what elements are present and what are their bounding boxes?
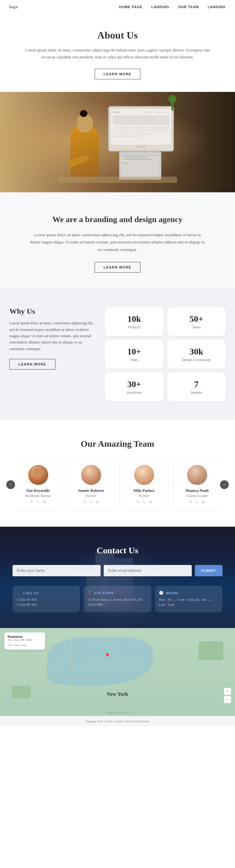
facebook-icon-monica[interactable]: f: [189, 500, 193, 504]
clock-icon: 🕐: [159, 591, 164, 595]
map-location-sub: New York, NY 10036: [7, 639, 42, 642]
instagram-icon-mila[interactable]: ◻: [148, 500, 153, 504]
facebook-icon-nat[interactable]: f: [30, 500, 34, 504]
stat-projects: 10k Projects: [105, 307, 164, 336]
avatar-nat: [28, 465, 48, 485]
why-learn-more-button[interactable]: LEARN MORE: [9, 359, 56, 370]
team-prev-arrow[interactable]: ‹: [6, 480, 15, 489]
branding-learn-more-button[interactable]: LEARN MORE: [95, 262, 141, 273]
about-learn-more-button[interactable]: LEARN MORE: [95, 69, 141, 80]
why-description: Lorem ipsum dolor sit amet, consectetur …: [9, 320, 96, 352]
why-section: Why Us Lorem ipsum dolor sit amet, conse…: [0, 288, 235, 420]
avatar-monica: [187, 465, 207, 485]
info-card-call-title: 📞 CALL US: [16, 591, 76, 595]
team-role-monica: Creative Leader: [177, 494, 216, 498]
why-title: Why Us: [9, 307, 96, 316]
phone-icon: 📞: [16, 591, 21, 595]
info-card-location-title: 📍 LOCATION: [88, 591, 147, 595]
branding-section: We are a branding and design agency Lore…: [0, 192, 235, 288]
stat-team-label: Team: [174, 325, 220, 329]
map-pin: [106, 653, 109, 656]
branding-description: Lorem ipsum dolor sit amet, consectetur …: [30, 231, 205, 253]
facebook-icon-mila[interactable]: f: [136, 500, 140, 504]
nav-home[interactable]: HOME PAGE: [119, 5, 142, 9]
branding-title: We are a branding and design agency: [19, 214, 216, 225]
twitter-icon-nat[interactable]: t: [36, 500, 40, 504]
contact-name-input[interactable]: [12, 565, 101, 576]
team-social-mila: f t ◻: [124, 500, 164, 504]
map-attribution: Images from Freepik: [106, 711, 129, 714]
team-social-nat: f t ◻: [19, 500, 58, 504]
about-section: About Us Lorem ipsum dolor sit amet, con…: [0, 14, 235, 92]
team-role-jennie: Partner: [71, 494, 111, 498]
stat-community-number: 30k: [174, 347, 220, 357]
instagram-icon-nat[interactable]: ◻: [42, 500, 47, 504]
twitter-icon-mila[interactable]: t: [142, 500, 146, 504]
about-description: Lorem ipsum dolor sit amet, consectetur …: [25, 47, 210, 61]
team-cards: Nat Reynolds Worldwide Partner f t ◻ Jen…: [15, 458, 220, 511]
stat-team: 50+ Team: [167, 307, 226, 336]
team-member-monica: Monica Pouli Creative Leader f t ◻: [173, 458, 220, 511]
team-name-monica: Monica Pouli: [177, 488, 216, 493]
twitter-icon-jennie[interactable]: t: [89, 500, 93, 504]
twitter-icon-monica[interactable]: t: [195, 500, 199, 504]
info-card-call: 📞 CALL US 1 (234) 567-891 1 (234) 987-65…: [12, 586, 80, 612]
stat-community-label: Design Community: [174, 358, 220, 362]
map-location-title: Manhattan: [7, 635, 42, 639]
contact-info-cards: 📞 CALL US 1 (234) 567-891 1 (234) 987-65…: [12, 586, 223, 612]
stat-team-number: 50+: [174, 314, 220, 324]
nav-landing1[interactable]: LANDING: [152, 5, 169, 9]
map-zoom-out[interactable]: −: [224, 696, 231, 703]
team-name-jennie: Jennie Roberts: [71, 488, 111, 493]
contact-form: SUBMIT: [12, 565, 223, 576]
nav-landing2[interactable]: LANDING: [208, 5, 226, 9]
team-name-nat: Nat Reynolds: [19, 488, 58, 493]
location-line1: 121 Rock Street, 21 Avenue, New York, NY: [88, 597, 147, 602]
stat-years-label: Years: [111, 358, 157, 362]
contact-submit-button[interactable]: SUBMIT: [195, 565, 223, 576]
about-title: About Us: [25, 30, 210, 41]
stats-grid: 10k Projects 50+ Team 10+ Years 30k Desi…: [105, 307, 226, 401]
stat-years-number: 10+: [111, 347, 157, 357]
instagram-icon-monica[interactable]: ◻: [201, 500, 206, 504]
navigation: logo HOME PAGE LANDING OUR TEAM LANDING: [0, 0, 235, 14]
contact-section: Contact Us SUBMIT 📞 CALL US 1 (234) 567-…: [0, 527, 235, 628]
stat-years: 10+ Years: [105, 340, 164, 369]
stat-industries-label: Industries: [111, 391, 157, 394]
map-controls: + −: [224, 688, 231, 703]
why-stats: 10k Projects 50+ Team 10+ Years 30k Desi…: [105, 307, 226, 401]
avatar-mila: [134, 465, 154, 485]
sample-text: Sample Text: Click to select the Text El…: [86, 719, 149, 723]
why-left: Why Us Lorem ipsum dolor sit amet, conse…: [9, 307, 96, 401]
call-line1: 1 (234) 567-891: [16, 597, 76, 602]
stat-projects-number: 10k: [111, 314, 157, 324]
instagram-icon-jennie[interactable]: ◻: [95, 500, 100, 504]
stat-projects-label: Projects: [111, 325, 157, 329]
hours-line2: 6 am – 8 pm: [159, 602, 219, 607]
team-title: Our Amazing Team: [6, 439, 229, 449]
contact-email-input[interactable]: [104, 565, 192, 576]
facebook-icon-jennie[interactable]: f: [83, 500, 87, 504]
team-section: Our Amazing Team ‹ Nat Reynolds Worldwid…: [0, 420, 235, 527]
team-member-mila: Mila Parker Partner f t ◻: [120, 458, 168, 511]
team-member-jennie: Jennie Roberts Partner f t ◻: [67, 458, 115, 511]
nav-our-team[interactable]: OUR TEAM: [178, 5, 199, 9]
call-line2: 1 (234) 987-654: [16, 602, 76, 607]
team-member-nat: Nat Reynolds Worldwide Partner f t ◻: [15, 458, 62, 511]
hero-image: LOGO: [0, 92, 235, 192]
logo: logo: [9, 4, 18, 9]
team-role-mila: Partner: [124, 494, 164, 498]
stat-industries-number: 30+: [111, 379, 157, 389]
map-section: Manhattan New York, NY 10036 View larger…: [0, 628, 235, 716]
map-view-larger[interactable]: View larger map: [7, 643, 26, 647]
map-zoom-in[interactable]: +: [224, 688, 231, 695]
stat-awards: 7 Awards: [167, 372, 226, 401]
info-card-hours-title: 🕐 HOURS: [159, 591, 219, 595]
location-icon: 📍: [88, 591, 93, 595]
sample-bar: Sample Text: Click to select the Text El…: [0, 716, 235, 726]
contact-title: Contact Us: [12, 546, 223, 556]
team-name-mila: Mila Parker: [124, 488, 164, 493]
team-role-nat: Worldwide Partner: [19, 494, 58, 498]
map-location-box: Manhattan New York, NY 10036 View larger…: [4, 632, 45, 650]
team-next-arrow[interactable]: ›: [220, 480, 229, 489]
